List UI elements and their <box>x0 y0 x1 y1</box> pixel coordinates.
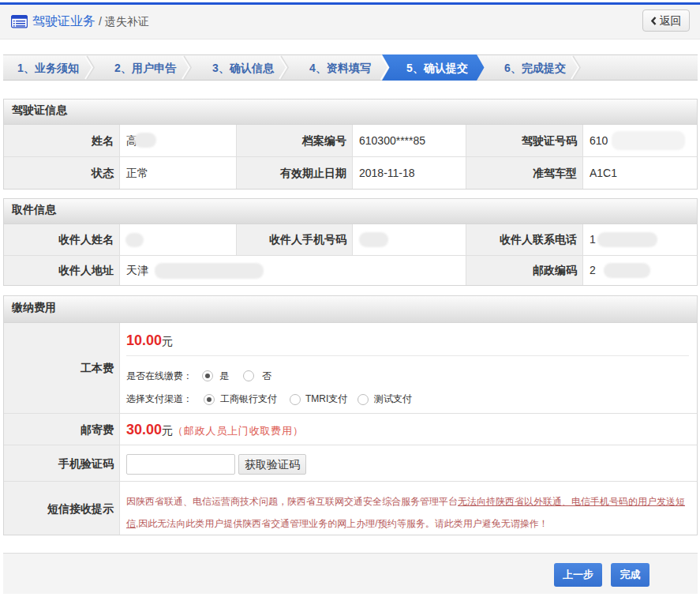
svg-text:2、用户申告: 2、用户申告 <box>114 62 177 74</box>
svg-text:3、确认信息: 3、确认信息 <box>212 62 275 74</box>
svg-text:1、业务须知: 1、业务须知 <box>17 62 79 74</box>
svg-text:4、资料填写: 4、资料填写 <box>309 62 371 74</box>
svg-text:5、确认提交: 5、确认提交 <box>406 62 468 74</box>
svg-text:6、完成提交: 6、完成提交 <box>504 62 566 74</box>
